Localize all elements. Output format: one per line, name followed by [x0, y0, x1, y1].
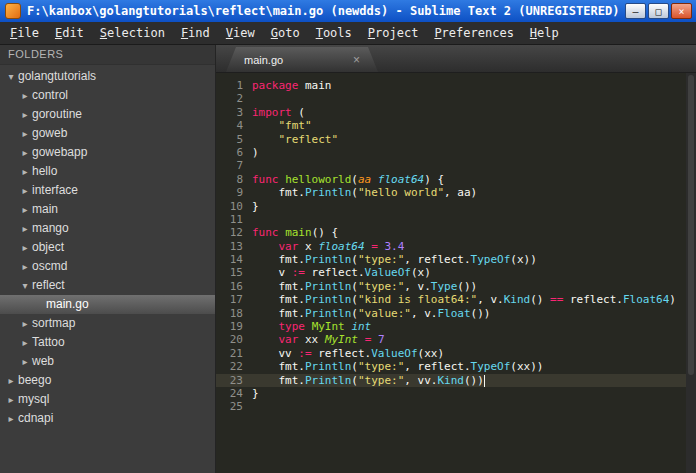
- chevron-right-icon[interactable]: ▸: [18, 105, 32, 124]
- line-number: 8: [216, 173, 252, 186]
- code-line[interactable]: 11: [216, 213, 696, 226]
- titlebar[interactable]: F:\kanbox\golangtutorials\reflect\main.g…: [0, 0, 696, 22]
- maximize-button[interactable]: □: [648, 3, 669, 19]
- folder-object[interactable]: ▸object: [0, 238, 215, 257]
- code-line[interactable]: 24}: [216, 387, 696, 400]
- code-line[interactable]: 6): [216, 146, 696, 159]
- line-number: 25: [216, 400, 252, 413]
- folder-oscmd[interactable]: ▸oscmd: [0, 257, 215, 276]
- folder-web[interactable]: ▸web: [0, 352, 215, 371]
- code-line[interactable]: 17 fmt.Println("kind is float64:", v.Kin…: [216, 293, 696, 306]
- line-content: var xx MyInt = 7: [252, 333, 385, 346]
- line-content: package main: [252, 79, 331, 92]
- folder-mysql[interactable]: ▸mysql: [0, 390, 215, 409]
- minimize-button[interactable]: –: [625, 3, 646, 19]
- chevron-down-icon[interactable]: ▾: [4, 67, 18, 86]
- folder-goweb[interactable]: ▸goweb: [0, 124, 215, 143]
- code-line[interactable]: 5 "reflect": [216, 133, 696, 146]
- folder-interface[interactable]: ▸interface: [0, 181, 215, 200]
- code-area[interactable]: 1package main23import (4 "fmt"5 "reflect…: [216, 73, 696, 473]
- folder-main[interactable]: ▸main: [0, 200, 215, 219]
- code-line[interactable]: 23 fmt.Println("type:", vv.Kind()): [216, 374, 696, 387]
- line-number: 14: [216, 253, 252, 266]
- tree-item-label: gowebapp: [32, 143, 87, 162]
- menu-project[interactable]: Project: [360, 22, 427, 44]
- line-number: 21: [216, 347, 252, 360]
- code-line[interactable]: 16 fmt.Println("type:", v.Type()): [216, 280, 696, 293]
- tab-label: main.go: [244, 54, 353, 66]
- chevron-right-icon[interactable]: ▸: [18, 257, 32, 276]
- chevron-right-icon[interactable]: ▸: [4, 409, 18, 428]
- menu-view[interactable]: View: [218, 22, 263, 44]
- line-number: 9: [216, 186, 252, 199]
- chevron-right-icon[interactable]: ▸: [18, 219, 32, 238]
- folder-sortmap[interactable]: ▸sortmap: [0, 314, 215, 333]
- line-number: 23: [216, 374, 252, 387]
- tab-main-go[interactable]: main.go ×: [226, 47, 378, 72]
- code-line[interactable]: 8func helloworld(aa float64) {: [216, 173, 696, 186]
- code-line[interactable]: 2: [216, 92, 696, 105]
- code-line[interactable]: 4 "fmt": [216, 119, 696, 132]
- scrollbar-thumb[interactable]: [688, 75, 694, 375]
- code-line[interactable]: 12func main() {: [216, 226, 696, 239]
- line-content: fmt.Println("type:", v.Type()): [252, 280, 477, 293]
- tree-item-label: hello: [32, 162, 57, 181]
- chevron-right-icon[interactable]: ▸: [18, 314, 32, 333]
- menu-help[interactable]: Help: [522, 22, 567, 44]
- code-line[interactable]: 25: [216, 400, 696, 413]
- code-line[interactable]: 9 fmt.Println("hello world", aa): [216, 186, 696, 199]
- chevron-right-icon[interactable]: ▸: [18, 162, 32, 181]
- close-button[interactable]: ×: [671, 3, 692, 19]
- code-line[interactable]: 20 var xx MyInt = 7: [216, 333, 696, 346]
- line-number: 16: [216, 280, 252, 293]
- code-line[interactable]: 3import (: [216, 106, 696, 119]
- code-line[interactable]: 14 fmt.Println("type:", reflect.TypeOf(x…: [216, 253, 696, 266]
- line-content: fmt.Println("hello world", aa): [252, 186, 477, 199]
- folder-mango[interactable]: ▸mango: [0, 219, 215, 238]
- code-line[interactable]: 21 vv := reflect.ValueOf(xx): [216, 347, 696, 360]
- menu-tools[interactable]: Tools: [308, 22, 360, 44]
- chevron-right-icon[interactable]: ▸: [18, 143, 32, 162]
- code-line[interactable]: 18 fmt.Println("value:", v.Float()): [216, 307, 696, 320]
- chevron-right-icon[interactable]: ▸: [18, 124, 32, 143]
- chevron-right-icon[interactable]: ▸: [18, 181, 32, 200]
- tree-item-label: Tattoo: [32, 333, 65, 352]
- menu-file[interactable]: File: [2, 22, 47, 44]
- code-line[interactable]: 13 var x float64 = 3.4: [216, 240, 696, 253]
- line-number: 17: [216, 293, 252, 306]
- chevron-right-icon[interactable]: ▸: [4, 371, 18, 390]
- chevron-right-icon[interactable]: ▸: [18, 352, 32, 371]
- chevron-down-icon[interactable]: ▾: [18, 276, 32, 295]
- code-line[interactable]: 15 v := reflect.ValueOf(x): [216, 266, 696, 279]
- menu-edit[interactable]: Edit: [47, 22, 92, 44]
- menu-goto[interactable]: Goto: [263, 22, 308, 44]
- tab-close-icon[interactable]: ×: [353, 53, 360, 67]
- editor-scrollbar[interactable]: [686, 73, 696, 473]
- code-line[interactable]: 10}: [216, 200, 696, 213]
- line-number: 22: [216, 360, 252, 373]
- menu-preferences[interactable]: Preferences: [426, 22, 521, 44]
- line-content: vv := reflect.ValueOf(xx): [252, 347, 444, 360]
- folder-control[interactable]: ▸control: [0, 86, 215, 105]
- chevron-right-icon[interactable]: ▸: [4, 390, 18, 409]
- chevron-right-icon[interactable]: ▸: [18, 333, 32, 352]
- folder-reflect[interactable]: ▾reflect: [0, 276, 215, 295]
- folder-golangtutorials[interactable]: ▾golangtutorials: [0, 67, 215, 86]
- code-line[interactable]: 1package main: [216, 79, 696, 92]
- code-line[interactable]: 19 type MyInt int: [216, 320, 696, 333]
- folder-tattoo[interactable]: ▸Tattoo: [0, 333, 215, 352]
- folder-gowebapp[interactable]: ▸gowebapp: [0, 143, 215, 162]
- folder-hello[interactable]: ▸hello: [0, 162, 215, 181]
- chevron-right-icon[interactable]: ▸: [18, 200, 32, 219]
- folder-goroutine[interactable]: ▸goroutine: [0, 105, 215, 124]
- menu-find[interactable]: Find: [173, 22, 218, 44]
- folder-cdnapi[interactable]: ▸cdnapi: [0, 409, 215, 428]
- chevron-right-icon[interactable]: ▸: [18, 238, 32, 257]
- code-line[interactable]: 22 fmt.Println("type:", reflect.TypeOf(x…: [216, 360, 696, 373]
- menu-selection[interactable]: Selection: [92, 22, 173, 44]
- file-main-go[interactable]: main.go: [0, 295, 215, 314]
- line-number: 18: [216, 307, 252, 320]
- chevron-right-icon[interactable]: ▸: [18, 86, 32, 105]
- code-line[interactable]: 7: [216, 159, 696, 172]
- folder-beego[interactable]: ▸beego: [0, 371, 215, 390]
